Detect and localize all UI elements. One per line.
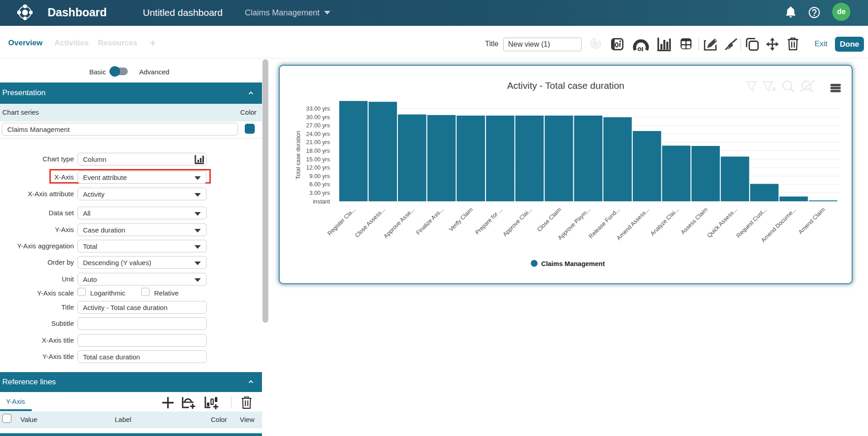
- svg-text:24.00 yrs: 24.00 yrs: [306, 131, 330, 137]
- svg-text:instant: instant: [313, 198, 330, 205]
- svg-text:18.00 yrs: 18.00 yrs: [306, 147, 330, 154]
- svg-text:12.00 yrs: 12.00 yrs: [306, 164, 330, 171]
- svg-text:Amend Claim: Amend Claim: [797, 206, 826, 236]
- svg-text:Close Assess...: Close Assess...: [354, 206, 386, 239]
- svg-text:Request Cust...: Request Cust...: [735, 206, 768, 239]
- svg-text:Approve Clai...: Approve Clai...: [501, 206, 533, 238]
- svg-text:Claims Management: Claims Management: [541, 260, 605, 267]
- svg-text:Total case duration: Total case duration: [295, 131, 301, 179]
- svg-text:Close Claim: Close Claim: [536, 206, 563, 233]
- svg-text:15.00 yrs: 15.00 yrs: [306, 156, 330, 163]
- svg-text:Analyze Clai...: Analyze Clai...: [649, 206, 680, 237]
- svg-text:Prepare for ...: Prepare for ...: [474, 206, 504, 236]
- svg-text:27.00 yrs: 27.00 yrs: [306, 122, 330, 129]
- svg-text:30.00 yrs: 30.00 yrs: [306, 114, 330, 121]
- svg-text:Assess Claim: Assess Claim: [679, 206, 709, 236]
- svg-text:Quick Assess...: Quick Assess...: [706, 206, 738, 239]
- svg-text:Activity - Total case duration: Activity - Total case duration: [507, 80, 625, 91]
- svg-text:6.00 yrs: 6.00 yrs: [309, 181, 330, 188]
- svg-text:Verify Claim: Verify Claim: [447, 206, 474, 233]
- svg-text:Approve Asse...: Approve Asse...: [382, 206, 416, 240]
- svg-text:Register Cla...: Register Cla...: [326, 206, 357, 237]
- svg-text:Release Fund...: Release Fund...: [587, 206, 621, 240]
- svg-text:21.00 yrs: 21.00 yrs: [306, 139, 330, 145]
- svg-text:Finalize Ass...: Finalize Ass...: [415, 206, 445, 236]
- svg-text:9.00 yrs: 9.00 yrs: [309, 173, 330, 179]
- svg-text:3.00 yrs: 3.00 yrs: [309, 189, 330, 196]
- svg-text:33.00 yrs: 33.00 yrs: [306, 105, 330, 112]
